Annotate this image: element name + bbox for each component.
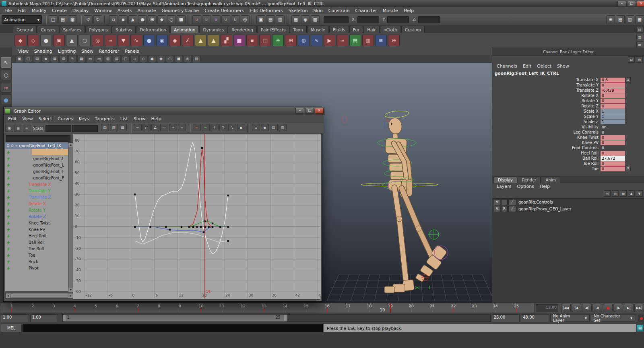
stop-button[interactable]: ■ [603,304,613,312]
layer-visibility-toggle[interactable]: V [494,206,500,212]
new-empty-layer-icon[interactable]: ▤ [604,190,611,197]
lasso-select-tool-icon[interactable]: ○ [1,70,11,80]
key-marker[interactable] [227,226,229,228]
knee-pv-control-curve[interactable] [428,229,440,240]
joint-tool-icon[interactable]: ● [143,35,155,46]
toggle-tool-settings-icon[interactable]: ▥ [636,34,643,40]
open-channel-box-icon[interactable]: ▦ [635,15,644,24]
select-misc-icon[interactable]: ■ [177,15,186,24]
shelf-tab-polygons[interactable]: Polygons [85,26,111,33]
show-manipulator-icon[interactable]: ≡ [606,15,615,24]
outliner-channel-rotate-y[interactable]: +Rotate Y [5,207,68,213]
open-tool-settings-icon[interactable]: ▥ [625,15,634,24]
key-marker[interactable] [165,226,167,228]
channel-value-field[interactable]: 0 [601,130,625,135]
shelf-tab-subdivs[interactable]: Subdivs [112,26,136,33]
key-marker[interactable] [192,226,194,228]
graph-editor-maximize-button[interactable]: □ [305,108,314,114]
channel-value-field[interactable]: 0 [601,93,625,98]
menu-create[interactable]: Create [49,8,70,14]
channel-value-field[interactable]: 0 [601,161,625,166]
step-back-frame-button[interactable]: ◀| [582,304,592,312]
menu-help[interactable]: Help [401,8,417,14]
set-driven-key-icon[interactable]: ◆ [169,35,181,46]
key-marker[interactable] [212,222,213,224]
center-current-time-icon[interactable]: ▦ [119,124,127,131]
shelf-tab-rendering[interactable]: Rendering [228,26,257,33]
shelf-tab-painteffects[interactable]: PaintEffects [257,26,289,33]
layer-tab-anim[interactable]: Anim [541,177,560,183]
layer-tab-display[interactable]: Display [493,177,517,183]
graph-menu-view[interactable]: View [19,116,35,122]
create-clip-icon[interactable]: ▣ [53,35,65,46]
outliner-child-row[interactable]: +goonRig:Foot_F [5,168,68,175]
script-editor-icon[interactable]: ▤ [637,325,643,332]
snap-to-curve-icon[interactable]: ∪ [202,15,211,24]
grid-icon[interactable]: ▦ [77,55,85,62]
render-current-frame-icon[interactable]: ▦ [291,15,300,24]
move-layer-up-icon[interactable]: ▲ [628,190,635,197]
isolate-select-icon[interactable]: ◎ [184,55,192,62]
move-nearest-picked-key-tool-icon[interactable]: ⊞ [5,125,13,132]
panel-menu-view[interactable]: View [15,48,31,54]
layer-row-goonrig-controls[interactable]: V╱goonRig:Controls [492,199,644,206]
construction-history-icon[interactable]: ▥ [276,15,285,24]
bookmark-icon[interactable]: ◆ [42,55,50,62]
move-layer-down-icon[interactable]: ▼ [636,190,643,197]
channel-value-field[interactable]: 0 [601,146,625,150]
graph-menu-keys[interactable]: Keys [76,116,92,122]
shelf-tab-fluids[interactable]: Fluids [329,26,349,33]
outliner-channel-rock[interactable]: +Rock [5,258,68,265]
paint-select-tool-icon[interactable]: ≈ [1,82,11,93]
key-marker[interactable] [134,194,136,195]
character-set-dropdown[interactable]: No Character Set▾ [591,314,635,322]
stats-time-field[interactable] [45,125,71,132]
channel-value-field[interactable]: 0.6 [601,78,625,82]
key-marker[interactable] [200,226,202,228]
range-end-handle[interactable] [284,315,287,321]
render-settings-icon[interactable]: ▩ [311,15,320,24]
channel-value-field[interactable]: 0 [601,135,625,140]
current-time-field[interactable]: 13.00 [536,304,558,312]
outliner-channel-translate-z[interactable]: +Translate Z [5,194,68,200]
make-live-icon[interactable]: ◎ [241,15,250,24]
graph-curve-area[interactable]: 80706050403020100-10-20-30-40-50-60-12-6… [73,134,322,300]
playback-end-field[interactable]: 25.00 [492,314,520,322]
key-marker[interactable] [150,226,151,228]
scroll-up-icon[interactable]: ▲ [68,143,73,147]
clamped-tangents-icon[interactable]: ∩ [142,124,151,131]
free-tangent-weight-icon[interactable]: \ [228,124,236,131]
channel-value-field[interactable]: -6.429 [601,88,625,93]
set-preferred-angle-icon[interactable]: ∠ [182,35,194,46]
step-back-key-button[interactable]: |◀ [572,304,581,312]
animation-end-field[interactable]: 48.00 [521,314,549,322]
mel-toggle-button[interactable]: MEL [1,324,22,332]
mirror-joint-icon[interactable]: ▞ [221,35,232,46]
snap-to-plane-icon[interactable]: ∪ [221,15,230,24]
key-marker[interactable] [227,195,229,196]
scroll-down-icon[interactable]: ▼ [68,288,73,292]
open-attribute-editor-icon[interactable]: ▤ [616,15,625,24]
lock-tangent-weight-icon[interactable]: ▪ [237,124,245,131]
new-layer-from-selected-icon[interactable]: ▥ [612,190,619,197]
create-character-set-icon[interactable]: ■ [233,35,245,46]
range-start-handle[interactable] [63,315,66,321]
menu-window[interactable]: Window [91,8,114,14]
ik-handle-tool-icon[interactable]: ▼ [118,35,129,46]
channel-value-field[interactable]: 0 [601,167,625,171]
layer-renderable-toggle[interactable] [501,199,508,205]
smooth-shade-icon[interactable]: ● [148,55,156,62]
layer-color-swatch[interactable]: ╱ [508,206,516,212]
select-faces-icon[interactable]: ◆ [157,15,166,24]
auto-keyframe-toggle[interactable]: ● [638,315,644,321]
menu-constrain[interactable]: Constrain [326,8,353,14]
menu-skeleton[interactable]: Skeleton [286,8,311,14]
channel-speed-icon[interactable]: ⊟ [628,56,635,63]
outliner-selected-row[interactable]: + [5,149,68,155]
image-plane-icon[interactable]: ▦ [51,55,59,62]
add-keys-tool-icon[interactable]: ✛ [23,125,31,132]
menu-edit-deformers[interactable]: Edit Deformers [247,8,286,14]
snap-to-view-icon[interactable]: ∪ [231,15,240,24]
outliner-channel-translate-y[interactable]: +Translate Y [5,187,68,194]
layer-tab-render[interactable]: Render [518,177,541,183]
